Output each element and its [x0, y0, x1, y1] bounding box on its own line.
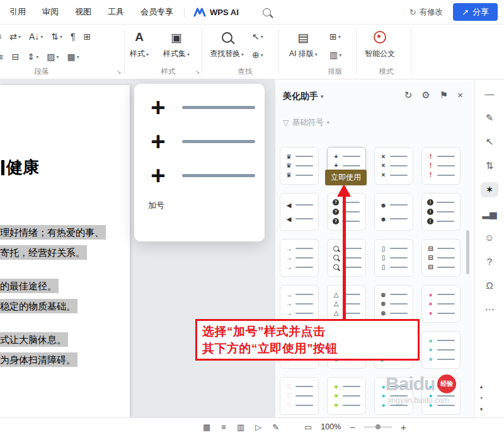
- style-card[interactable]: !!!: [421, 147, 461, 185]
- seal-icon: [374, 29, 386, 45]
- column-view-icon[interactable]: ▥: [237, 422, 244, 432]
- style-card[interactable]: ⊟⊟⊟: [421, 239, 461, 277]
- search-button[interactable]: [263, 8, 271, 16]
- chart-icon[interactable]: ▂▅: [481, 206, 498, 221]
- prev-page-icon[interactable]: ▴: [480, 383, 483, 390]
- menu-item[interactable]: 引用: [1, 0, 34, 24]
- menu-item[interactable]: 工具: [100, 0, 132, 24]
- ribbon-icon-button[interactable]: ⊟: [12, 52, 20, 62]
- style-card[interactable]: [327, 239, 366, 277]
- style-glyph: »: [427, 356, 434, 362]
- ribbon-icon-button[interactable]: ≡: [0, 32, 1, 42]
- style-card[interactable]: ●●●: [421, 377, 461, 415]
- page-layout-view-icon[interactable]: ▦: [203, 422, 210, 432]
- style-glyph: ◀: [285, 202, 292, 209]
- pin-icon[interactable]: ⚑: [440, 90, 448, 101]
- right-toolbar: —✎↖⇅✶▂▅☺?Ω⋯ ▴▪▾: [474, 79, 504, 417]
- ribbon-icon-button[interactable]: ⊞: [84, 32, 91, 42]
- menu-item-wps-ai[interactable]: WPS AI: [187, 8, 245, 17]
- beautify-panel: 美化助手 ▾ ↻⚙⚑× ▽ 基础符号 ▾ ♛♛♛+++×××!!!◀◀???☻☻…: [275, 82, 472, 417]
- style-card[interactable]: ▯▯▯: [374, 239, 413, 277]
- group-expand-icon[interactable]: ↘: [195, 69, 200, 75]
- select-tool-icon[interactable]: ↖: [481, 134, 498, 149]
- more-icon[interactable]: ⋯: [481, 302, 498, 317]
- preview-line: [437, 349, 455, 351]
- fit-page-icon[interactable]: ▭: [304, 422, 312, 432]
- style-card[interactable]: △△△: [327, 285, 366, 323]
- style-card[interactable]: ●●●: [374, 377, 413, 415]
- menu-item[interactable]: 视图: [67, 0, 100, 24]
- style-card[interactable]: →→→: [280, 239, 319, 277]
- share-button[interactable]: ↗ 分享: [453, 3, 498, 21]
- collapse-icon[interactable]: —: [481, 86, 498, 102]
- use-now-tooltip[interactable]: 立即使用: [325, 170, 367, 185]
- menu-items: 引用审阅视图工具会员专享: [0, 0, 181, 24]
- zoom-out-button[interactable]: −: [350, 422, 355, 432]
- contacts-icon[interactable]: ☺: [481, 230, 498, 245]
- zoom-slider[interactable]: [364, 426, 392, 428]
- modified-status[interactable]: ↻ 有修改: [410, 7, 443, 18]
- ribbon-icon-button[interactable]: ↖▾: [252, 32, 263, 42]
- ribbon-icon-button[interactable]: A↓▾: [29, 32, 43, 42]
- smart-doc-button[interactable]: 智能公文: [365, 29, 395, 59]
- style-glyph: »: [427, 346, 434, 353]
- style-card[interactable]: ♛♛♛: [280, 147, 319, 185]
- style-glyph: ●: [380, 392, 387, 399]
- preview-line: [343, 165, 360, 166]
- group-expand-icon[interactable]: ↘: [117, 69, 122, 75]
- help-icon[interactable]: ?: [481, 254, 498, 269]
- panel-scrollbar[interactable]: [466, 230, 469, 274]
- style-card[interactable]: ???: [327, 193, 366, 231]
- pen-icon[interactable]: ✎: [481, 110, 498, 125]
- browse-object-icon[interactable]: ▪: [480, 395, 482, 401]
- document-page[interactable]: 健康 理好情绪；有热爱的事、寄托，经营好关系。的最佳途径。稳定的物质基础。式让大…: [0, 85, 130, 417]
- edit-mode-icon[interactable]: ✎: [272, 422, 279, 432]
- menu-item[interactable]: 审阅: [34, 0, 67, 24]
- panel-title-dropdown[interactable]: 美化助手 ▾: [283, 91, 324, 102]
- annotation-line1: 选择“加号”样式并点击: [202, 323, 413, 340]
- style-glyph: !: [427, 199, 433, 206]
- filter-label: 基础符号: [292, 117, 324, 128]
- styleset-button[interactable]: ▣ 样式集▾: [163, 29, 190, 59]
- style-card[interactable]: ★★★: [327, 377, 366, 415]
- ribbon-icon-button[interactable]: ⊕▾: [252, 50, 263, 60]
- style-card[interactable]: ◀◀: [280, 193, 319, 231]
- ai-layout-button[interactable]: ▤ AI 排版▾: [289, 29, 318, 59]
- style-card[interactable]: ☻☻: [374, 193, 413, 231]
- style-card[interactable]: ⊗⊗⊗: [374, 285, 413, 323]
- support-icon[interactable]: Ω: [481, 278, 498, 293]
- zoom-in-button[interactable]: +: [401, 422, 406, 432]
- ribbon-icon-button[interactable]: ⇕▾: [27, 52, 38, 62]
- style-preview-popup[interactable]: +++ 加号: [134, 84, 265, 241]
- ribbon-icon-button[interactable]: ⊞▾: [329, 32, 341, 42]
- style-glyph: →: [285, 254, 292, 261]
- refresh-icon[interactable]: ↻: [404, 90, 413, 101]
- ribbon-icon-button[interactable]: ▨▾: [47, 52, 59, 62]
- next-page-icon[interactable]: ▾: [480, 406, 483, 412]
- style-card[interactable]: ×××: [374, 147, 413, 185]
- close-icon[interactable]: ×: [457, 90, 463, 101]
- style-card[interactable]: ●●●: [421, 285, 461, 323]
- zoom-level[interactable]: 100%: [321, 422, 341, 431]
- ribbon-icon-button[interactable]: ⇅▾: [51, 32, 62, 42]
- ribbon-icon-button[interactable]: ▥▾: [329, 50, 341, 60]
- menu-item[interactable]: 会员专享: [132, 0, 181, 24]
- ribbon-icon-button[interactable]: ≋: [0, 52, 4, 62]
- ribbon-icon-button[interactable]: ⇄▾: [9, 32, 21, 42]
- settings-icon[interactable]: ⚙: [421, 90, 430, 101]
- style-card[interactable]: →→→: [280, 285, 319, 323]
- style-card[interactable]: ♡♡♡: [280, 377, 319, 415]
- style-button[interactable]: A 样式▾: [130, 29, 149, 59]
- preview-line: [437, 175, 455, 176]
- ribbon-icon-button[interactable]: ¶: [71, 32, 76, 42]
- adjust-icon[interactable]: ⇅: [481, 158, 498, 173]
- beautify-tool-icon[interactable]: ✶: [481, 182, 498, 197]
- filter-dropdown[interactable]: ▽ 基础符号 ▾: [283, 117, 329, 128]
- find-replace-button[interactable]: 查找替换▾: [210, 29, 244, 59]
- ribbon-icon-button[interactable]: ▦▾: [67, 52, 79, 62]
- outline-view-icon[interactable]: ≡: [221, 422, 226, 432]
- preview-line: [344, 248, 362, 249]
- style-card[interactable]: »»»: [421, 331, 461, 369]
- read-mode-icon[interactable]: ▷: [255, 422, 261, 432]
- style-card[interactable]: !!!: [421, 193, 461, 231]
